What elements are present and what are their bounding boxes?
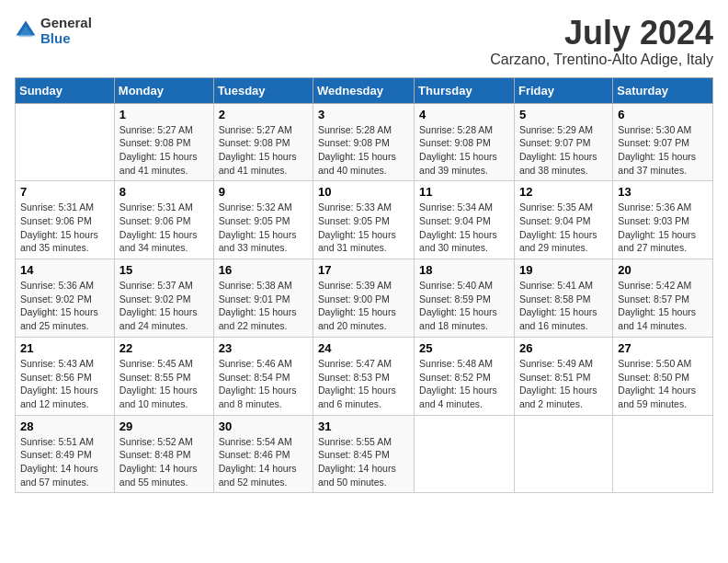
daylight-text: Daylight: 15 hours and 33 minutes. [219, 229, 297, 254]
calendar-cell: 3 Sunrise: 5:28 AM Sunset: 9:08 PM Dayli… [313, 103, 415, 181]
calendar-cell: 24 Sunrise: 5:47 AM Sunset: 8:53 PM Dayl… [313, 337, 415, 415]
daylight-text: Daylight: 15 hours and 10 minutes. [119, 385, 198, 409]
logo: General Blue [15, 15, 92, 46]
day-number: 12 [519, 185, 608, 199]
day-number: 14 [20, 263, 109, 277]
daylight-text: Daylight: 15 hours and 16 minutes. [519, 306, 597, 331]
daylight-text: Daylight: 15 hours and 37 minutes. [618, 151, 696, 176]
calendar-cell: 2 Sunrise: 5:27 AM Sunset: 9:08 PM Dayli… [213, 103, 313, 181]
daylight-text: Daylight: 15 hours and 29 minutes. [519, 229, 597, 254]
sunset-text: Sunset: 9:06 PM [119, 215, 191, 226]
sunset-text: Sunset: 9:08 PM [318, 137, 390, 148]
sunset-text: Sunset: 8:49 PM [20, 449, 92, 460]
daylight-text: Daylight: 15 hours and 35 minutes. [20, 229, 98, 254]
sunrise-text: Sunrise: 5:30 AM [618, 124, 691, 135]
day-number: 16 [219, 263, 308, 277]
calendar-cell [16, 103, 115, 181]
calendar-header-row: Sunday Monday Tuesday Wednesday Thursday… [16, 77, 713, 103]
daylight-text: Daylight: 15 hours and 20 minutes. [318, 306, 396, 331]
sunrise-text: Sunrise: 5:35 AM [519, 201, 593, 213]
sunrise-text: Sunrise: 5:36 AM [618, 201, 691, 213]
sunset-text: Sunset: 9:07 PM [618, 137, 689, 148]
day-number: 9 [219, 185, 308, 199]
sunset-text: Sunset: 9:02 PM [20, 293, 92, 304]
daylight-text: Daylight: 15 hours and 41 minutes. [119, 151, 198, 176]
daylight-text: Daylight: 15 hours and 25 minutes. [20, 306, 98, 331]
daylight-text: Daylight: 15 hours and 2 minutes. [519, 385, 597, 409]
sunrise-text: Sunrise: 5:32 AM [219, 201, 292, 213]
daylight-text: Daylight: 15 hours and 34 minutes. [119, 229, 198, 254]
daylight-text: Daylight: 15 hours and 6 minutes. [318, 385, 396, 409]
day-number: 18 [419, 263, 509, 277]
sunset-text: Sunset: 8:55 PM [119, 372, 191, 383]
sunrise-text: Sunrise: 5:38 AM [219, 280, 292, 291]
sunset-text: Sunset: 9:00 PM [318, 293, 390, 304]
day-number: 20 [618, 263, 708, 277]
day-number: 21 [20, 341, 109, 355]
daylight-text: Daylight: 15 hours and 31 minutes. [318, 229, 396, 254]
sunset-text: Sunset: 9:02 PM [119, 293, 191, 304]
sunset-text: Sunset: 8:58 PM [519, 293, 591, 304]
sunrise-text: Sunrise: 5:27 AM [119, 124, 193, 135]
col-friday: Friday [514, 77, 612, 103]
day-number: 31 [318, 419, 409, 433]
sunrise-text: Sunrise: 5:50 AM [618, 358, 691, 369]
page-header: General Blue July 2024 Carzano, Trentino… [15, 15, 713, 68]
col-saturday: Saturday [613, 77, 713, 103]
sunrise-text: Sunrise: 5:41 AM [519, 280, 593, 291]
sunset-text: Sunset: 9:08 PM [119, 137, 191, 148]
sunrise-text: Sunrise: 5:48 AM [419, 358, 493, 369]
calendar-cell: 1 Sunrise: 5:27 AM Sunset: 9:08 PM Dayli… [114, 103, 213, 181]
sunset-text: Sunset: 8:57 PM [618, 293, 689, 304]
daylight-text: Daylight: 15 hours and 38 minutes. [519, 151, 597, 176]
day-number: 29 [119, 419, 209, 433]
sunrise-text: Sunrise: 5:45 AM [119, 358, 193, 369]
calendar-cell: 4 Sunrise: 5:28 AM Sunset: 9:08 PM Dayli… [415, 103, 515, 181]
daylight-text: Daylight: 15 hours and 40 minutes. [318, 151, 396, 176]
day-number: 7 [20, 185, 109, 199]
sunset-text: Sunset: 9:05 PM [219, 215, 290, 226]
col-wednesday: Wednesday [313, 77, 415, 103]
calendar-week-row: 14 Sunrise: 5:36 AM Sunset: 9:02 PM Dayl… [16, 259, 713, 338]
daylight-text: Daylight: 14 hours and 50 minutes. [318, 463, 396, 488]
calendar-cell: 19 Sunrise: 5:41 AM Sunset: 8:58 PM Dayl… [514, 259, 612, 338]
sunrise-text: Sunrise: 5:36 AM [20, 280, 94, 291]
calendar-cell: 25 Sunrise: 5:48 AM Sunset: 8:52 PM Dayl… [415, 337, 515, 415]
day-number: 19 [519, 263, 608, 277]
sunset-text: Sunset: 8:53 PM [318, 372, 390, 383]
calendar-week-row: 28 Sunrise: 5:51 AM Sunset: 8:49 PM Dayl… [16, 415, 713, 493]
location-text: Carzano, Trentino-Alto Adige, Italy [490, 52, 713, 68]
sunset-text: Sunset: 9:06 PM [20, 215, 92, 226]
day-number: 25 [419, 341, 509, 355]
sunset-text: Sunset: 8:45 PM [318, 449, 390, 460]
col-tuesday: Tuesday [213, 77, 313, 103]
sunrise-text: Sunrise: 5:39 AM [318, 280, 392, 291]
calendar-cell: 10 Sunrise: 5:33 AM Sunset: 9:05 PM Dayl… [313, 181, 415, 259]
daylight-text: Daylight: 15 hours and 41 minutes. [219, 151, 297, 176]
sunrise-text: Sunrise: 5:31 AM [119, 201, 193, 213]
calendar-cell [415, 415, 515, 493]
sunset-text: Sunset: 8:52 PM [419, 372, 491, 383]
daylight-text: Daylight: 15 hours and 4 minutes. [419, 385, 497, 409]
sunset-text: Sunset: 9:07 PM [519, 137, 591, 148]
sunrise-text: Sunrise: 5:52 AM [119, 436, 193, 447]
calendar-cell: 18 Sunrise: 5:40 AM Sunset: 8:59 PM Dayl… [415, 259, 515, 338]
daylight-text: Daylight: 14 hours and 52 minutes. [219, 463, 297, 488]
calendar-cell: 17 Sunrise: 5:39 AM Sunset: 9:00 PM Dayl… [313, 259, 415, 338]
logo-icon [15, 19, 37, 41]
sunrise-text: Sunrise: 5:34 AM [419, 201, 493, 213]
calendar-cell: 31 Sunrise: 5:55 AM Sunset: 8:45 PM Dayl… [313, 415, 415, 493]
day-number: 30 [219, 419, 308, 433]
day-number: 15 [119, 263, 209, 277]
sunrise-text: Sunrise: 5:47 AM [318, 358, 392, 369]
sunset-text: Sunset: 8:56 PM [20, 372, 92, 383]
day-number: 22 [119, 341, 209, 355]
col-sunday: Sunday [16, 77, 115, 103]
sunset-text: Sunset: 8:59 PM [419, 293, 491, 304]
day-number: 3 [318, 108, 409, 121]
calendar-cell: 6 Sunrise: 5:30 AM Sunset: 9:07 PM Dayli… [613, 103, 713, 181]
sunrise-text: Sunrise: 5:49 AM [519, 358, 593, 369]
sunrise-text: Sunrise: 5:51 AM [20, 436, 94, 447]
day-number: 28 [20, 419, 109, 433]
sunset-text: Sunset: 8:46 PM [219, 449, 290, 460]
